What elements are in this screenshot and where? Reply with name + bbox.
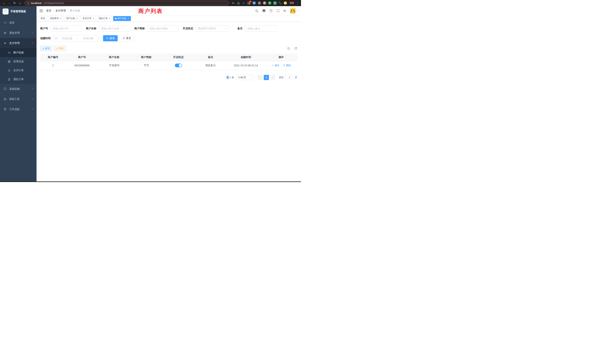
cell-full-name: 芋道源码 <box>98 61 130 70</box>
github-icon[interactable] <box>262 9 266 12</box>
cell-create-time: 2021-10-23 08:31:14 <box>227 61 265 70</box>
start-date-input[interactable] <box>59 37 76 40</box>
tab-merchant-info[interactable]: 商户信息 × <box>113 16 131 21</box>
cell-status <box>162 61 194 70</box>
status-select[interactable]: 请选择开启状态 <box>195 25 229 32</box>
prev-page-button[interactable] <box>258 75 263 80</box>
table-toolbar-right <box>287 47 297 50</box>
close-icon[interactable]: × <box>93 17 94 20</box>
fullscreen-icon[interactable] <box>277 9 280 12</box>
sidebar-item-workflow[interactable]: 工作流程 <box>0 104 36 114</box>
site-info-icon[interactable] <box>27 2 30 4</box>
close-icon[interactable]: × <box>76 17 78 20</box>
browser-forward-icon[interactable]: → <box>8 2 11 5</box>
filter-row-1: 商户号 商户全称 商户简称 <box>40 25 297 32</box>
browser-menu-icon[interactable]: ⋮ <box>296 2 299 5</box>
col-full-name: 商户全称 <box>98 54 130 61</box>
extension-blue-icon[interactable] <box>253 1 256 5</box>
cell-short-name: 芋艿 <box>130 61 162 70</box>
sidebar-logo[interactable]: 芋道管理系统 <box>0 6 36 17</box>
refresh-icon[interactable] <box>294 47 297 50</box>
browser-home-icon[interactable]: ⌂ <box>18 2 22 5</box>
user-menu[interactable] <box>290 8 298 13</box>
remark-label: 备注 <box>237 27 245 30</box>
status-toggle[interactable] <box>175 64 182 67</box>
full-name-input[interactable] <box>101 27 128 30</box>
merchant-no-input-wrap <box>50 25 82 32</box>
breadcrumb-payment[interactable]: 支付管理 <box>55 9 66 12</box>
page-size-select[interactable]: 10条/页 <box>236 75 254 80</box>
extensions-icon[interactable]: 10 <box>247 1 251 5</box>
sidebar-item-system[interactable]: 系统管理 <box>0 28 36 38</box>
remark-input-wrap <box>245 25 276 32</box>
avatar[interactable] <box>290 8 296 13</box>
screen-bottom-edge <box>0 182 301 182</box>
search-icon[interactable] <box>255 9 258 12</box>
edit-button[interactable]: 修改 <box>271 64 279 67</box>
extension-gray-icon[interactable] <box>258 1 261 5</box>
search-button[interactable]: 搜索 <box>103 35 118 41</box>
font-size-icon[interactable]: TT <box>283 10 286 12</box>
remark-input[interactable] <box>247 27 274 30</box>
create-time-range[interactable]: - <box>53 35 99 41</box>
breadcrumb-current: 商户信息 <box>70 9 80 12</box>
col-status: 开启状态 <box>162 54 194 61</box>
short-name-input[interactable] <box>149 27 176 30</box>
col-short-name: 商户简称 <box>130 54 162 61</box>
sidebar-item-payment-order[interactable]: 支付订单 <box>0 66 36 75</box>
share-icon[interactable] <box>237 1 240 5</box>
goto-page-input[interactable] <box>285 75 293 80</box>
rabbit-logo-icon <box>3 9 9 14</box>
export-button[interactable]: 导出 <box>54 46 66 51</box>
sidebar-item-payment[interactable]: ¥ 支付管理 <box>0 38 36 48</box>
tab-user-group[interactable]: 用户分组 × <box>64 16 79 21</box>
sidebar-item-merchant-info[interactable]: 商户信息 <box>0 48 36 57</box>
current-page[interactable]: 1 <box>264 75 269 80</box>
tab-process-form[interactable]: 流程表单 × <box>48 16 63 21</box>
chevron-down-icon <box>32 108 33 109</box>
extension-badge: 10 <box>249 1 252 3</box>
end-date-input[interactable] <box>79 37 97 40</box>
pagination: 共 1 条 10条/页 1 前往 页 <box>40 75 297 80</box>
close-icon[interactable]: × <box>109 17 110 20</box>
sidebar-item-home[interactable]: 首页 <box>0 18 36 28</box>
toolbox-icon <box>3 98 7 100</box>
sidebar-item-dev-tools[interactable]: 研发工具 <box>0 94 36 104</box>
calendar-icon <box>55 37 57 40</box>
extension-green-square-icon[interactable] <box>273 1 277 5</box>
add-button[interactable]: + 新增 <box>40 46 52 51</box>
table-toolbar: + 新增 导出 <box>40 46 297 51</box>
extension-green-circle-icon[interactable] <box>268 1 271 5</box>
toggle-search-icon[interactable] <box>287 47 290 50</box>
chevron-up-icon <box>32 42 33 44</box>
sidebar: 芋道管理系统 首页 系统管理 ¥ 支付管理 <box>0 6 36 182</box>
tab-payment-order[interactable]: 支付订单 × <box>81 16 96 21</box>
tab-refund-order[interactable]: 退款订单 × <box>97 16 112 21</box>
merchant-no-input[interactable] <box>53 27 79 30</box>
browser-update-button[interactable]: 更新 <box>290 1 294 5</box>
browser-back-icon[interactable]: ← <box>2 2 6 5</box>
sidebar-item-refund-order[interactable]: 退款订单 <box>0 75 36 84</box>
extension-emoji-icon[interactable] <box>284 1 287 5</box>
sidebar-item-app-info[interactable]: 应用信息 <box>0 57 36 66</box>
chevron-down-icon <box>297 10 298 11</box>
reset-button[interactable]: 重置 <box>119 35 134 41</box>
next-page-button[interactable] <box>270 75 275 80</box>
extension-avatar-icon[interactable] <box>263 1 266 5</box>
close-icon[interactable]: × <box>128 17 129 20</box>
password-key-icon[interactable] <box>232 1 235 5</box>
sidebar-item-infrastructure[interactable]: 基础设施 <box>0 84 36 94</box>
tab-home[interactable]: 首页 <box>39 16 47 21</box>
extension-pinwheel-icon[interactable] <box>279 1 282 5</box>
bookmark-star-icon[interactable]: ☆ <box>242 1 245 5</box>
hamburger-icon[interactable] <box>40 10 43 12</box>
chevron-down-icon <box>32 32 33 33</box>
delete-button[interactable]: 删除 <box>283 64 291 67</box>
close-icon[interactable]: × <box>60 17 61 20</box>
breadcrumb-home[interactable]: 首页 <box>46 9 51 12</box>
table-header-row: 商户编号 商户号 商户全称 商户简称 开启状态 备注 创建时间 操作 <box>40 54 297 61</box>
address-bar[interactable]: localhost:1024/pay/merchant <box>24 1 229 5</box>
url-path: :1024/pay/merchant <box>43 2 64 4</box>
browser-reload-icon[interactable]: ↻ <box>13 2 16 5</box>
help-icon[interactable]: ? <box>269 9 273 12</box>
